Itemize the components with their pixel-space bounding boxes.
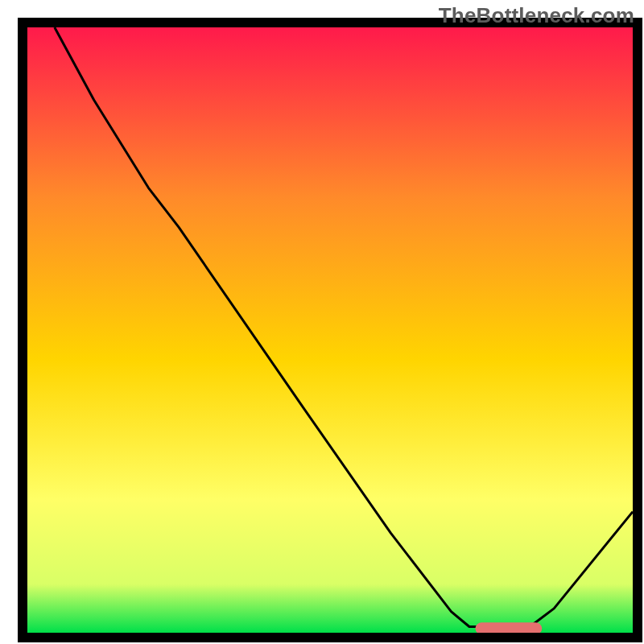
chart-svg: [0, 0, 644, 644]
watermark-text: TheBottleneck.com: [439, 3, 634, 28]
plot-background: [27, 27, 633, 633]
bottleneck-chart: TheBottleneck.com: [0, 0, 644, 644]
